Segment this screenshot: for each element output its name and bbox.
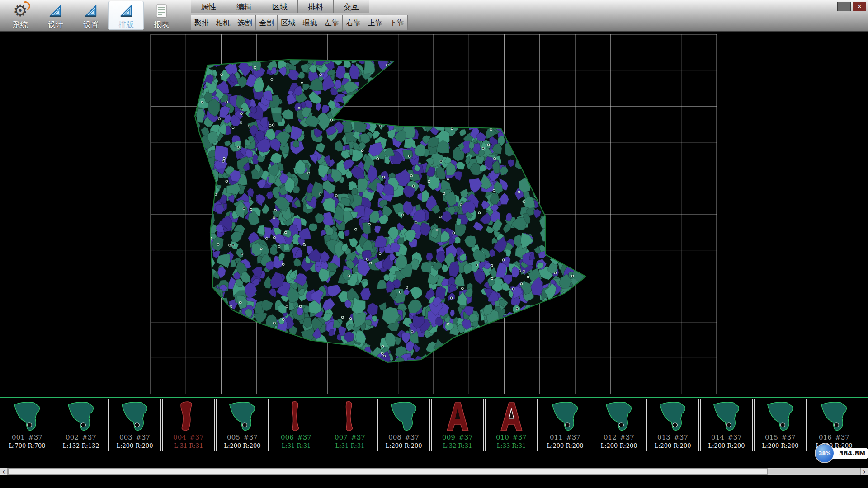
ruler-icon — [119, 4, 133, 18]
piece-thumbnail[interactable]: 003_#37L:200 R:200 — [108, 399, 161, 451]
piece-thumbnail[interactable]: 005_#37L:200 R:200 — [216, 399, 269, 451]
piece-lr-count: L:200 R:200 — [217, 442, 268, 449]
ruler-icon — [49, 4, 62, 18]
piece-shape — [651, 400, 695, 433]
scroll-right-arrow[interactable]: › — [860, 468, 868, 475]
main-button-layout[interactable]: 排版 — [108, 1, 144, 30]
piece-thumbnail[interactable]: 013_#37L:200 R:200 — [646, 399, 699, 451]
main-button-report[interactable]: 报表 — [144, 1, 179, 30]
piece-thumbnail[interactable]: 002_#37L:132 R:132 — [55, 399, 107, 451]
piece-id-label: 003_#37 — [109, 433, 160, 441]
piece-shape — [274, 400, 318, 433]
tool-button-region[interactable]: 区域 — [278, 15, 299, 30]
piece-shape — [758, 400, 802, 433]
close-button[interactable]: ✕ — [853, 2, 866, 11]
piece-lr-count: L:200 R:200 — [378, 442, 429, 449]
main-button-system[interactable]: ⚙系统 — [3, 1, 38, 30]
main-button-label: 排版 — [118, 20, 134, 29]
menu-tab-region[interactable]: 区域 — [262, 0, 298, 13]
piece-lr-count: L:200 R:200 — [755, 442, 806, 449]
tool-button-cluster-nest[interactable]: 聚排 — [191, 15, 212, 30]
piece-lr-count: L:31 R:31 — [163, 442, 214, 449]
piece-lr-count: L:31 R:31 — [270, 442, 322, 449]
piece-shape — [435, 400, 480, 433]
main-button-bar: ⚙系统设计设置排版报表 — [3, 1, 179, 31]
toolbar: ⚙系统设计设置排版报表 属性编辑区域排料交互 聚排相机选割全割区域瑕疵左靠右靠上… — [0, 0, 868, 32]
tool-button-snap-left[interactable]: 左靠 — [321, 15, 343, 30]
piece-id-label: 004_#37 — [163, 433, 214, 441]
piece-thumbnail[interactable]: 001_#37L:700 R:700 — [1, 399, 53, 451]
piece-shape — [543, 400, 587, 433]
piece-shape — [328, 400, 372, 433]
piece-lr-count: L:200 R:200 — [593, 442, 645, 449]
piece-thumbnail-strip: 001_#37L:700 R:700002_#37L:132 R:132003_… — [0, 397, 868, 452]
piece-lr-count: L:132 R:132 — [55, 442, 107, 449]
piece-thumbnail[interactable]: 004_#37L:31 R:31 — [162, 399, 215, 451]
piece-id-label: 012_#37 — [593, 433, 645, 441]
menu-tab-bar: 属性编辑区域排料交互 — [191, 0, 369, 13]
minimize-button[interactable]: — — [837, 2, 851, 11]
menu-tab-interaction[interactable]: 交互 — [334, 0, 369, 13]
piece-id-label: 014_#37 — [701, 433, 752, 441]
piece-id-label: 013_#37 — [647, 433, 698, 441]
window-controls: — ✕ — [837, 2, 866, 11]
tool-button-select-cut[interactable]: 选割 — [234, 15, 256, 30]
piece-lr-count: L:31 R:31 — [324, 442, 376, 449]
piece-id-label: 010_#37 — [486, 433, 537, 441]
piece-thumbnail[interactable]: 012_#37L:200 R:200 — [593, 399, 645, 451]
main-button-label: 系统 — [13, 20, 28, 29]
piece-thumbnail[interactable]: 011_#37L:200 R:200 — [539, 399, 591, 451]
tool-button-snap-top[interactable]: 上靠 — [364, 15, 386, 30]
piece-id-label: 001_#37 — [1, 433, 53, 441]
piece-shape — [166, 400, 211, 433]
piece-shape — [5, 400, 49, 433]
piece-lr-count: L:700 R:700 — [1, 442, 53, 449]
horizontal-scrollbar[interactable]: ‹ › — [0, 468, 868, 475]
tool-button-snap-bottom[interactable]: 下靠 — [386, 15, 408, 30]
menu-tab-nesting[interactable]: 排料 — [298, 0, 334, 13]
piece-id-label: 016_#37 — [808, 433, 860, 441]
tool-button-camera[interactable]: 相机 — [212, 15, 234, 30]
ruler-icon — [84, 4, 98, 18]
piece-shape — [812, 400, 856, 433]
report-icon — [155, 3, 168, 19]
piece-id-label: 011_#37 — [539, 433, 591, 441]
tool-button-cut-all[interactable]: 全割 — [256, 15, 278, 30]
piece-shape — [220, 400, 264, 433]
canvas-area[interactable] — [0, 32, 868, 397]
menu-tab-edit[interactable]: 编辑 — [226, 0, 262, 13]
main-button-design[interactable]: 设计 — [38, 1, 73, 30]
piece-thumbnail[interactable]: 007_#37L:31 R:31 — [324, 399, 376, 451]
piece-id-label: 009_#37 — [432, 433, 483, 441]
piece-id-label: 015_#37 — [755, 433, 806, 441]
tool-button-snap-right[interactable]: 右靠 — [343, 15, 364, 30]
piece-thumbnail[interactable]: 016_#37L:200 R:200 — [808, 399, 860, 451]
main-button-label: 报表 — [154, 20, 169, 29]
scrollbar-thumb[interactable] — [8, 468, 768, 475]
piece-thumbnail[interactable]: 014_#37L:200 R:200 — [700, 399, 753, 451]
menu-tab-properties[interactable]: 属性 — [191, 0, 226, 13]
nesting-canvas[interactable] — [0, 32, 868, 397]
piece-id-label: 005_#37 — [217, 433, 268, 441]
piece-thumbnail[interactable]: 015_#37L:200 R:200 — [754, 399, 807, 451]
piece-lr-count: L:32 R:31 — [432, 442, 483, 449]
piece-lr-count: L:200 R:200 — [539, 442, 591, 449]
piece-thumbnail[interactable]: 008_#37L:200 R:200 — [377, 399, 430, 451]
tool-button-defect[interactable]: 瑕疵 — [299, 15, 321, 30]
piece-thumbnail[interactable]: 006_#37L:31 R:31 — [270, 399, 322, 451]
piece-shape — [59, 400, 103, 433]
piece-shape — [597, 400, 641, 433]
piece-thumbnail-partial[interactable] — [862, 399, 868, 451]
scroll-left-arrow[interactable]: ‹ — [0, 468, 8, 475]
main-button-settings[interactable]: 设置 — [73, 1, 108, 30]
piece-shape — [489, 400, 533, 433]
piece-thumbnail[interactable]: 010_#37L:33 R:31 — [485, 399, 538, 451]
tool-button-bar: 聚排相机选割全割区域瑕疵左靠右靠上靠下靠 — [191, 15, 408, 30]
piece-shape — [382, 400, 426, 433]
main-button-label: 设置 — [83, 20, 99, 29]
piece-lr-count: L:200 R:200 — [701, 442, 752, 449]
piece-lr-count: L:200 R:200 — [109, 442, 160, 449]
piece-lr-count: L:33 R:31 — [486, 442, 537, 449]
piece-id-label: 008_#37 — [378, 433, 429, 441]
piece-thumbnail[interactable]: 009_#37L:32 R:31 — [431, 399, 484, 451]
